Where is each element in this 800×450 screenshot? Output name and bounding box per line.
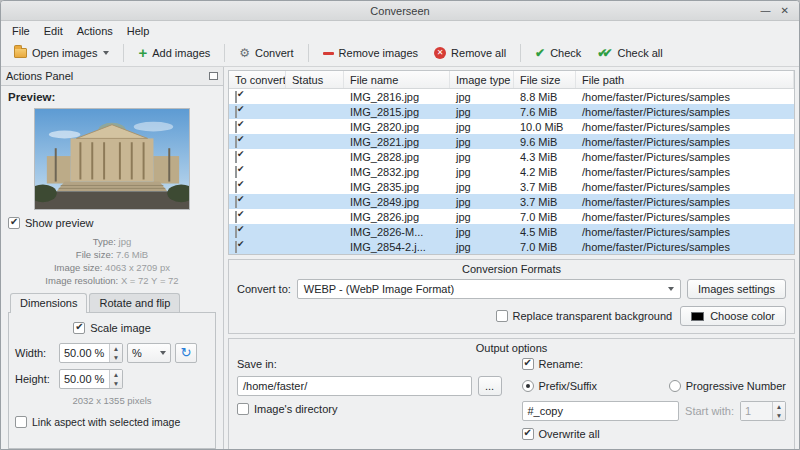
checkbox-icon [235,181,237,193]
col-file-size[interactable]: File size [514,71,576,88]
table-row[interactable]: IMG_2815.jpg jpg 7.6 MiB /home/faster/Pi… [229,104,794,119]
replace-transparent-checkbox[interactable]: Replace transparent background [496,310,673,322]
actions-panel-title: Actions Panel [6,70,73,82]
spinner-arrows-icon[interactable]: ▲▼ [109,370,122,388]
remove-all-label: Remove all [451,47,506,59]
table-row[interactable]: IMG_2835.jpg jpg 3.7 MiB /home/faster/Pi… [229,179,794,194]
check-all-label: Check all [617,47,662,59]
col-file-name[interactable]: File name [344,71,450,88]
row-file-name: IMG_2849.jpg [344,196,450,208]
row-image-type: jpg [450,181,514,193]
spinner-arrows-icon[interactable]: ▲▼ [109,344,122,362]
start-with-spinner[interactable]: 1 ▲▼ [740,401,786,421]
table-row[interactable]: IMG_2826.jpg jpg 7.0 MiB /home/faster/Pi… [229,209,794,224]
row-file-path: /home/faster/Pictures/samples [576,241,794,253]
info-imagesize-label: Image size: [54,262,103,273]
float-panel-button[interactable] [209,72,218,80]
col-to-convert[interactable]: To convert [229,71,286,88]
menubar: File Edit Actions Help [1,21,799,40]
folder-icon [14,48,27,58]
menu-edit[interactable]: Edit [37,23,70,39]
minimize-button[interactable]: — [761,2,771,20]
row-file-size: 4.2 MiB [514,166,576,178]
convert-button[interactable]: ⚙ Convert [232,44,300,62]
file-table-body: IMG_2816.jpg jpg 8.8 MiB /home/faster/Pi… [229,89,794,254]
scale-image-checkbox[interactable]: Scale image [73,322,151,334]
row-convert-checkbox[interactable] [229,136,286,148]
open-images-label: Open images [32,47,97,59]
unit-value: % [132,347,142,359]
images-settings-button[interactable]: Images settings [687,279,786,299]
tab-dimensions[interactable]: Dimensions [10,293,87,313]
add-icon: + [138,48,147,58]
titlebar[interactable]: Converseen — ✕ [1,1,799,21]
rename-checkbox[interactable]: Rename: [522,358,787,370]
row-convert-checkbox[interactable] [229,91,286,103]
checkbox-icon [522,358,534,370]
row-convert-checkbox[interactable] [229,181,286,193]
col-status[interactable]: Status [286,71,344,88]
table-row[interactable]: IMG_2816.jpg jpg 8.8 MiB /home/faster/Pi… [229,89,794,104]
menu-file[interactable]: File [5,23,37,39]
height-spinner[interactable]: 50.00 % ▲▼ [59,369,123,389]
row-convert-checkbox[interactable] [229,196,286,208]
table-row[interactable]: IMG_2849.jpg jpg 3.7 MiB /home/faster/Pi… [229,194,794,209]
remove-all-button[interactable]: ✕ Remove all [427,44,513,62]
toolbar: Open images + Add images ⚙ Convert Remov… [1,40,799,67]
width-spinner[interactable]: 50.00 % ▲▼ [59,343,123,363]
row-image-type: jpg [450,226,514,238]
row-convert-checkbox[interactable] [229,121,286,133]
unit-dropdown[interactable]: % [127,343,171,363]
row-convert-checkbox[interactable] [229,241,286,253]
prefix-suffix-radio[interactable]: Prefix/Suffix [522,380,598,392]
conversion-formats-title: Conversion Formats [237,262,786,279]
row-convert-checkbox[interactable] [229,166,286,178]
prefix-suffix-label: Prefix/Suffix [539,380,598,392]
close-button[interactable]: ✕ [781,2,789,20]
row-convert-checkbox[interactable] [229,151,286,163]
rename-pattern-input[interactable]: #_copy [522,401,680,421]
menu-actions[interactable]: Actions [70,23,120,39]
row-file-path: /home/faster/Pictures/samples [576,91,794,103]
save-path-input[interactable]: /home/faster/ [237,376,472,396]
table-row[interactable]: IMG_2832.jpg jpg 4.2 MiB /home/faster/Pi… [229,164,794,179]
width-label: Width: [15,347,55,359]
tab-rotate-flip[interactable]: Rotate and flip [89,293,180,312]
menu-help[interactable]: Help [120,23,157,39]
col-image-type[interactable]: Image type [450,71,514,88]
checkbox-icon [235,91,237,103]
row-file-name: IMG_2835.jpg [344,181,450,193]
row-convert-checkbox[interactable] [229,211,286,223]
row-file-path: /home/faster/Pictures/samples [576,226,794,238]
dimensions-tab-panel: Scale image Width: 50.00 % ▲▼ % [8,312,216,449]
row-convert-checkbox[interactable] [229,226,286,238]
format-dropdown[interactable]: WEBP - (WebP Image Format) [297,279,681,299]
choose-color-button[interactable]: Choose color [680,306,786,326]
check-all-button[interactable]: ✔✔ Check all [590,44,669,62]
table-row[interactable]: IMG_2854-2.j... jpg 7.0 MiB /home/faster… [229,239,794,254]
overwrite-all-checkbox[interactable]: Overwrite all [522,428,787,440]
add-images-button[interactable]: + Add images [131,44,217,62]
browse-button[interactable]: ... [478,376,502,396]
refresh-button[interactable]: ↻ [175,343,197,363]
chevron-down-icon [668,287,674,291]
col-file-path[interactable]: File path [576,71,794,88]
show-preview-checkbox[interactable]: Show preview [8,217,216,229]
table-row[interactable]: IMG_2821.jpg jpg 9.6 MiB /home/faster/Pi… [229,134,794,149]
row-image-type: jpg [450,151,514,163]
check-button[interactable]: ✔ Check [528,44,588,62]
remove-images-button[interactable]: Remove images [316,44,425,62]
row-convert-checkbox[interactable] [229,106,286,118]
table-row[interactable]: IMG_2826-M... jpg 4.5 MiB /home/faster/P… [229,224,794,239]
link-aspect-checkbox[interactable]: Link aspect with selected image [15,416,209,428]
row-file-path: /home/faster/Pictures/samples [576,196,794,208]
row-image-type: jpg [450,91,514,103]
open-images-button[interactable]: Open images [7,44,116,62]
progressive-number-radio[interactable]: Progressive Number [669,380,786,392]
spinner-arrows-icon[interactable]: ▲▼ [772,402,785,420]
save-in-label: Save in: [237,358,502,370]
table-row[interactable]: IMG_2828.jpg jpg 4.3 MiB /home/faster/Pi… [229,149,794,164]
link-aspect-label: Link aspect with selected image [32,416,180,428]
images-directory-checkbox[interactable]: Image's directory [237,403,502,415]
table-row[interactable]: IMG_2820.jpg jpg 10.0 MiB /home/faster/P… [229,119,794,134]
